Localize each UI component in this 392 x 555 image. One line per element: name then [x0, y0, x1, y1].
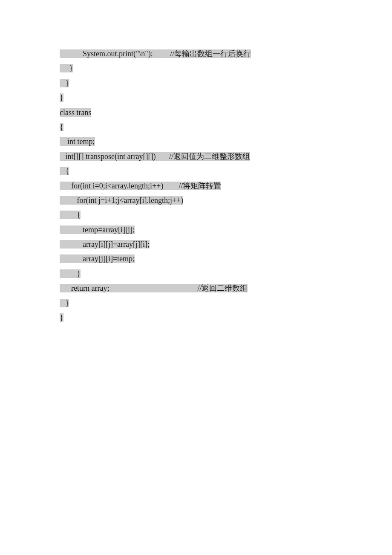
code-line-6: int temp; — [60, 135, 332, 148]
code-text: } — [60, 299, 69, 307]
code-comment: //返回二维数组 — [197, 284, 248, 292]
code-text: int[][] transpose(int array[][]) — [60, 152, 169, 161]
code-line-4: class trans — [60, 106, 332, 119]
code-text: } — [60, 64, 73, 72]
code-text: int temp; — [60, 137, 95, 146]
code-block: System.out.print("\n"); //每输出数组一行后换行 } }… — [60, 47, 332, 324]
code-line-11: { — [60, 208, 332, 222]
code-line-13: array[i][j]=array[j][i]; — [60, 237, 332, 251]
code-line-5: { — [60, 120, 332, 134]
code-text: } — [60, 79, 69, 87]
code-text: array[j][i]=temp; — [60, 254, 135, 263]
code-text: System.out.print("\n"); — [60, 49, 170, 58]
code-line-17: } — [60, 296, 332, 310]
code-line-16: return array; //返回二维数组 — [60, 281, 332, 295]
code-comment: //将矩阵转置 — [179, 182, 221, 190]
code-text: { — [60, 211, 81, 219]
code-text: return array; — [60, 284, 197, 292]
code-line-8: { — [60, 164, 332, 178]
code-line-14: array[j][i]=temp; — [60, 252, 332, 266]
code-text: array[i][j]=array[j][i]; — [60, 240, 150, 249]
code-comment: //返回值为二维整形数组 — [169, 152, 250, 161]
code-line-3: } — [60, 91, 332, 104]
code-line-7: int[][] transpose(int array[][]) //返回值为二… — [60, 150, 332, 163]
code-text: class trans — [60, 108, 91, 117]
code-line-12: temp=array[i][j]; — [60, 223, 332, 237]
code-line-2: } — [60, 76, 332, 90]
code-comment: //每输出数组一行后换行 — [170, 49, 251, 58]
code-line-15: } — [60, 267, 332, 280]
code-text: for(int i=0;i<array.length;i++) — [60, 182, 179, 190]
code-text: } — [60, 269, 81, 278]
code-text: for(int j=i+1;j<array[i].length;j++) — [60, 196, 183, 205]
code-text: } — [60, 313, 63, 322]
code-line-0: System.out.print("\n"); //每输出数组一行后换行 — [60, 47, 332, 61]
code-text: { — [60, 123, 63, 131]
code-line-1: } — [60, 61, 332, 75]
code-text: temp=array[i][j]; — [60, 225, 135, 234]
code-line-9: for(int i=0;i<array.length;i++) //将矩阵转置 — [60, 179, 332, 193]
code-line-10: for(int j=i+1;j<array[i].length;j++) — [60, 194, 332, 207]
code-text: } — [60, 93, 63, 102]
code-text: { — [60, 167, 69, 175]
code-line-18: } — [60, 311, 332, 324]
